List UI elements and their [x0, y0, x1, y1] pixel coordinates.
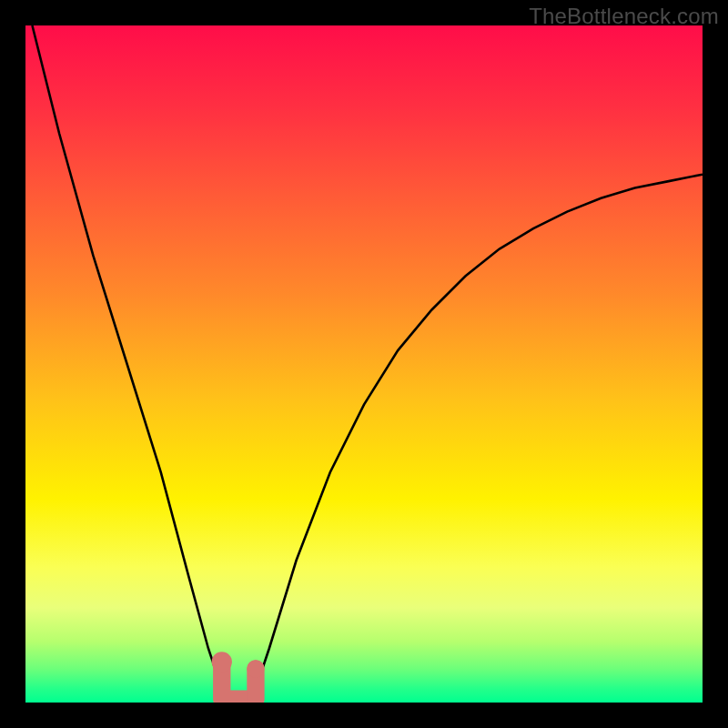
bottleneck-plot	[25, 25, 703, 703]
right-marker-dot	[247, 660, 264, 677]
left-marker-dot	[212, 652, 232, 672]
chart-frame: TheBottleneck.com	[0, 0, 728, 728]
